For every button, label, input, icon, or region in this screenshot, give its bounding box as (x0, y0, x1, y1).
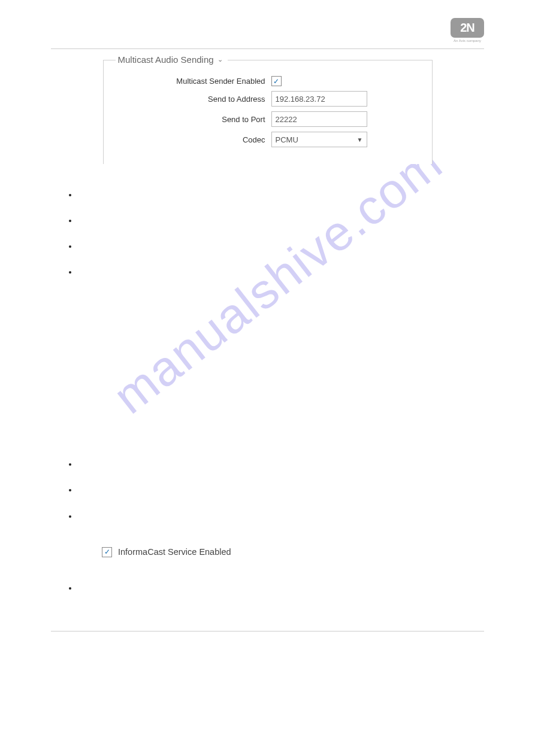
list-item: . (78, 265, 484, 279)
checkbox-informacast-enabled[interactable]: ✓ (102, 547, 112, 557)
row-codec: Codec PCMU ▼ (116, 132, 420, 147)
logo-subtitle: An Axis company (454, 39, 481, 42)
list-item: . (78, 457, 484, 471)
input-send-to-address[interactable] (271, 91, 367, 107)
bullet-list-top: . . . . (51, 188, 484, 279)
label-address: Send to Address (116, 95, 271, 104)
dropdown-arrow-icon: ▼ (357, 136, 363, 143)
list-item: . (78, 214, 484, 227)
list-item: . (78, 483, 484, 497)
checkbox-multicast-enabled[interactable]: ✓ (271, 76, 282, 86)
list-item: . (78, 581, 484, 595)
label-codec: Codec (116, 135, 271, 144)
logo-box: 2N (451, 18, 484, 38)
bullet-list-bottom: . (51, 581, 484, 595)
row-port: Send to Port (116, 111, 420, 127)
logo: 2N An Axis company (451, 18, 484, 42)
informacast-label: InformaCast Service Enabled (118, 547, 231, 557)
label-port: Send to Port (116, 115, 271, 124)
fieldset-legend[interactable]: Multicast Audio Sending ⌄ (116, 54, 228, 65)
content: Multicast Audio Sending ⌄ Multicast Send… (51, 60, 484, 631)
chevron-down-icon: ⌄ (217, 56, 223, 63)
label-enabled: Multicast Sender Enabled (116, 77, 271, 86)
footer-divider (51, 631, 484, 631)
list-item: . (78, 509, 484, 523)
header: 2N An Axis company (51, 18, 484, 49)
list-item: . (78, 239, 484, 253)
spacer (51, 291, 484, 447)
row-enabled: Multicast Sender Enabled ✓ (116, 76, 420, 86)
select-codec[interactable]: PCMU ▼ (271, 132, 367, 147)
multicast-fieldset: Multicast Audio Sending ⌄ Multicast Send… (103, 60, 433, 164)
list-item: . (78, 188, 484, 202)
row-address: Send to Address (116, 91, 420, 107)
select-codec-value: PCMU (276, 135, 298, 144)
informacast-row: ✓ InformaCast Service Enabled (102, 547, 484, 557)
input-send-to-port[interactable] (271, 111, 367, 127)
legend-text: Multicast Audio Sending (118, 54, 214, 65)
bullet-list-mid: . . . (51, 457, 484, 523)
page: manualshive.com 2N An Axis company Multi… (0, 0, 535, 655)
